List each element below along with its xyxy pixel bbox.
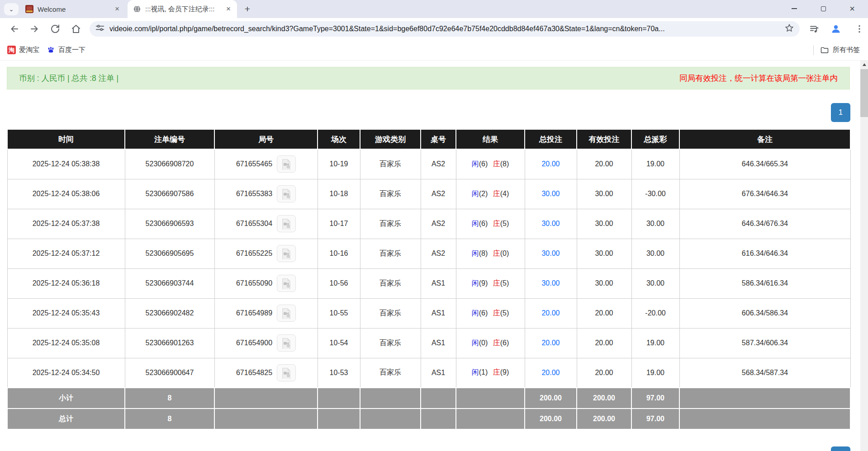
tab-bet-record[interactable]: :::视讯, 会员下注纪录::: × [128,0,237,18]
grand-total-total-bet: 200.00 [525,409,577,429]
payout-cell: 30.00 [631,209,679,239]
bet-no-cell: 523066905695 [125,239,214,268]
result-banker-label: 庄 [493,339,500,347]
profile-avatar-icon[interactable] [830,23,841,34]
remark-cell: 568.34/587.34 [679,358,850,388]
round-cell: 671654989 [214,298,318,328]
time-cell: 2025-12-24 05:36:18 [7,268,125,298]
address-bar[interactable]: videoie.com/ipl/portal.php/game/betrecor… [90,21,800,37]
grand-total-count: 8 [125,409,214,429]
reload-icon [50,23,61,34]
bet-no-cell: 523066908720 [125,149,214,179]
result-cell: 闲(0) 庄(6) [456,328,525,358]
video-replay-button[interactable] [277,185,296,202]
result-player-points: (6) [479,309,488,317]
result-player-points: (2) [479,190,488,197]
url-text[interactable]: videoie.com/ipl/portal.php/game/betrecor… [109,25,784,33]
window-close-button[interactable]: × [842,0,863,17]
round-cell: 671655090 [214,268,318,298]
tab-close-icon[interactable]: × [224,5,232,13]
time-cell: 2025-12-24 05:35:08 [7,328,125,358]
valid-bet-cell: 30.00 [577,268,631,298]
vertical-scrollbar[interactable] [860,61,868,451]
table-no-cell: AS2 [421,149,456,179]
header-game-type: 游戏类别 [360,129,421,149]
bookmark-star-icon[interactable] [784,23,794,35]
result-banker-points: (5) [500,309,509,317]
total-bet-link[interactable]: 20.00 [541,160,560,168]
browser-menu-icon[interactable] [854,23,865,34]
tab-search-button[interactable]: ⌄ [4,3,19,15]
result-banker-label: 庄 [493,368,500,376]
game-type-cell: 百家乐 [360,239,421,268]
total-bet-link[interactable]: 20.00 [541,339,560,347]
game-type-cell: 百家乐 [360,149,421,179]
result-player-label: 闲 [472,220,479,227]
globe-icon [133,5,141,13]
scrollbar-up-arrow-icon[interactable] [860,61,868,68]
valid-bet-cell: 20.00 [577,298,631,328]
forward-button[interactable] [29,23,40,34]
bookmarks-bar: 淘 爱淘宝 百度一下 所有书签 [0,40,868,61]
window-minimize-button[interactable] [784,0,805,17]
home-button[interactable] [71,23,81,34]
video-replay-button[interactable] [277,155,296,173]
payout-cell: 19.00 [631,149,679,179]
bookmark-baidu[interactable]: 百度一下 [47,46,85,54]
all-bookmarks-button[interactable]: 所有书签 [820,46,860,55]
valid-bet-cell: 30.00 [577,239,631,268]
result-player-label: 闲 [472,279,479,287]
close-icon: × [849,4,855,14]
result-cell: 闲(6) 庄(5) [456,209,525,239]
total-bet-link[interactable]: 20.00 [541,309,560,317]
video-film-icon [280,277,292,289]
site-info-icon[interactable] [95,23,105,35]
session-cell: 10-56 [318,268,360,298]
bet-no-cell: 523066907586 [125,179,214,209]
back-button[interactable] [9,23,20,34]
video-replay-button[interactable] [277,275,296,292]
table-no-cell: AS2 [421,239,456,268]
reload-button[interactable] [50,23,61,34]
time-cell: 2025-12-24 05:37:38 [7,209,125,239]
session-cell: 10-16 [318,239,360,268]
chevron-down-icon: ⌄ [9,6,14,13]
header-session: 场次 [318,129,360,149]
total-bet-link[interactable]: 30.00 [541,249,560,257]
video-replay-button[interactable] [277,245,296,262]
bet-record-row: 2025-12-24 05:38:38 523066908720 6716554… [7,149,850,179]
video-replay-button[interactable] [277,334,296,352]
bookmark-aitaobao[interactable]: 淘 爱淘宝 [7,46,39,54]
session-cell: 10-55 [318,298,360,328]
video-film-icon [280,367,292,379]
total-bet-link[interactable]: 20.00 [541,369,560,376]
session-cell: 10-17 [318,209,360,239]
video-replay-button[interactable] [277,215,296,232]
result-banker-points: (0) [500,249,509,257]
total-bet-link[interactable]: 30.00 [541,190,560,197]
video-replay-button[interactable] [277,364,296,381]
result-cell: 闲(6) 庄(5) [456,298,525,328]
time-cell: 2025-12-24 05:35:43 [7,298,125,328]
empty-cell [214,409,318,429]
result-banker-points: (5) [500,220,509,227]
new-tab-button[interactable]: + [242,4,253,15]
tab-welcome[interactable]: Welcome × [20,0,126,18]
tab-close-icon[interactable]: × [113,5,121,13]
media-controls-icon[interactable] [809,23,820,34]
subtotal-valid-bet: 200.00 [577,388,631,409]
pagination-page-1-button[interactable]: 1 [831,103,850,122]
total-bet-link[interactable]: 30.00 [541,220,560,227]
round-no-text: 671655225 [236,249,272,258]
result-cell: 闲(6) 庄(8) [456,149,525,179]
round-no-text: 671654825 [236,369,272,377]
total-bet-link[interactable]: 30.00 [541,279,560,287]
pagination-page-1-button-bottom[interactable]: 1 [831,446,850,451]
result-player-label: 闲 [472,190,479,197]
tab-strip: ⌄ Welcome × :::视讯, 会员下注纪录::: × + × [0,0,868,18]
scrollbar-thumb[interactable] [860,69,868,117]
result-player-points: (6) [479,220,488,227]
window-maximize-button[interactable] [813,0,834,17]
bet-record-row: 2025-12-24 05:37:38 523066906593 6716553… [7,209,850,239]
video-replay-button[interactable] [277,305,296,322]
